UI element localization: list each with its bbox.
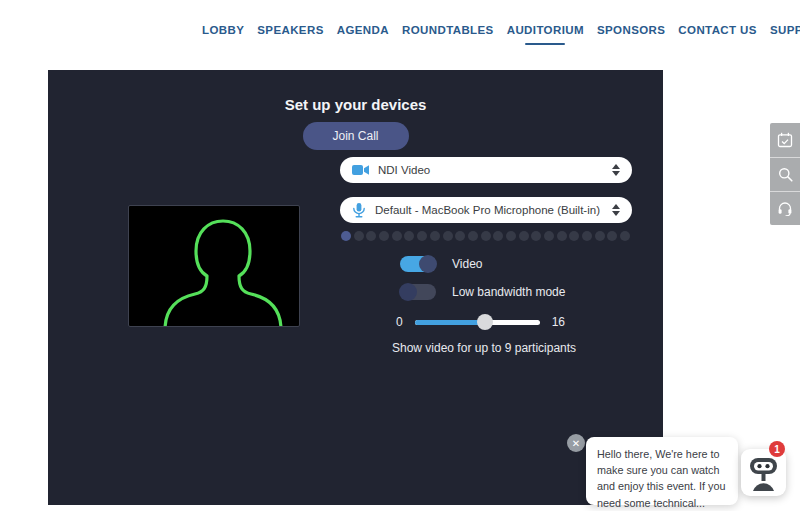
calendar-check-icon — [777, 132, 793, 148]
search-icon — [778, 167, 793, 182]
participants-slider-row: 0 16 — [396, 315, 565, 329]
audio-level-dot — [404, 231, 414, 241]
audio-level-dot — [595, 231, 605, 241]
nav-item-speakers[interactable]: SPEAKERS — [257, 24, 323, 45]
support-button[interactable] — [770, 191, 800, 225]
audio-level-dot — [430, 231, 440, 241]
video-toggle[interactable] — [400, 256, 436, 272]
search-button[interactable] — [770, 157, 800, 191]
audio-level-dot — [379, 231, 389, 241]
low-bandwidth-toggle-label: Low bandwidth mode — [452, 285, 565, 299]
toggle-knob — [399, 283, 417, 301]
slider-fill — [415, 320, 485, 325]
audio-level-dot — [569, 231, 579, 241]
nav-item-roundtables[interactable]: ROUNDTABLES — [402, 24, 494, 45]
nav-item-support[interactable]: SUPPORT — [770, 24, 800, 45]
audio-level-dot — [557, 231, 567, 241]
nav-item-lobby[interactable]: LOBBY — [202, 24, 244, 45]
audio-level-meter — [341, 231, 633, 241]
nav-item-sponsors[interactable]: SPONSORS — [597, 24, 665, 45]
participants-slider[interactable] — [415, 320, 540, 325]
person-silhouette-icon — [129, 206, 299, 326]
side-toolbar — [770, 123, 800, 225]
participants-note: Show video for up to 9 participants — [392, 341, 576, 355]
panel-title: Set up your devices — [48, 96, 663, 113]
select-stepper-icon — [612, 204, 620, 216]
audio-level-dot — [468, 231, 478, 241]
video-toggle-row: Video — [400, 255, 482, 273]
toggle-knob — [419, 255, 437, 273]
video-toggle-label: Video — [452, 257, 482, 271]
audio-level-dot — [455, 231, 465, 241]
join-call-button[interactable]: Join Call — [302, 122, 408, 150]
page: LOBBY SPEAKERS AGENDA ROUNDTABLES AUDITO… — [0, 0, 800, 511]
chat-close-button[interactable]: ✕ — [567, 434, 585, 452]
microphone-icon — [352, 203, 366, 218]
select-stepper-icon — [612, 164, 620, 176]
audio-level-dot — [607, 231, 617, 241]
nav-item-contact-us[interactable]: CONTACT US — [678, 24, 757, 45]
camera-icon — [352, 164, 369, 176]
headset-icon — [777, 201, 793, 216]
audio-level-dot — [392, 231, 402, 241]
audio-level-dot — [354, 231, 364, 241]
microphone-value: Default - MacBook Pro Microphone (Built-… — [375, 204, 603, 216]
low-bandwidth-toggle-row: Low bandwidth mode — [400, 283, 565, 301]
audio-level-dot — [531, 231, 541, 241]
chat-message-bubble[interactable]: Hello there, We're here to make sure you… — [586, 437, 738, 505]
audio-level-dot — [481, 231, 491, 241]
video-source-value: NDI Video — [378, 164, 603, 176]
audio-level-dot — [493, 231, 503, 241]
low-bandwidth-toggle[interactable] — [400, 284, 436, 300]
microphone-select[interactable]: Default - MacBook Pro Microphone (Built-… — [340, 197, 632, 223]
nav-item-agenda[interactable]: AGENDA — [337, 24, 389, 45]
audio-level-dot — [366, 231, 376, 241]
top-navigation: LOBBY SPEAKERS AGENDA ROUNDTABLES AUDITO… — [202, 24, 800, 45]
audio-level-dot — [519, 231, 529, 241]
camera-preview — [128, 205, 300, 327]
audio-level-dot — [582, 231, 592, 241]
chat-message-text: Hello there, We're here to make sure you… — [597, 446, 727, 511]
audio-level-dot — [443, 231, 453, 241]
robot-icon — [747, 455, 780, 491]
nav-item-auditorium[interactable]: AUDITORIUM — [507, 24, 584, 45]
slider-min-label: 0 — [396, 315, 403, 329]
audio-level-dot — [620, 231, 630, 241]
chat-unread-badge: 1 — [769, 441, 785, 457]
audio-level-dot — [506, 231, 516, 241]
audio-level-dot — [544, 231, 554, 241]
audio-level-dot — [417, 231, 427, 241]
video-source-select[interactable]: NDI Video — [340, 157, 632, 183]
audio-level-dot — [341, 231, 351, 241]
slider-max-label: 16 — [552, 315, 565, 329]
slider-handle[interactable] — [477, 314, 493, 330]
close-icon: ✕ — [572, 438, 580, 449]
schedule-button[interactable] — [770, 123, 800, 157]
